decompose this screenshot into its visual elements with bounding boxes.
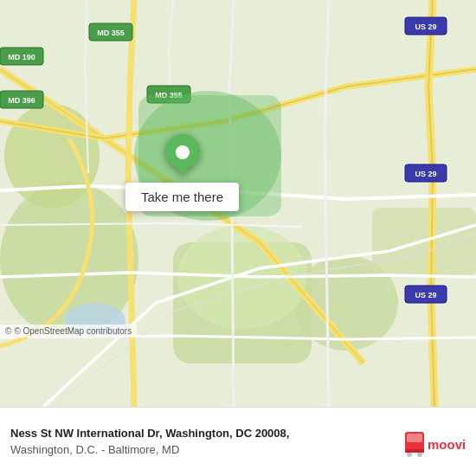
destination-callout: Take me there — [125, 134, 239, 211]
copyright-icon: © — [5, 326, 11, 336]
moovit-logo: moovit — [405, 425, 466, 460]
svg-point-2 — [4, 104, 100, 208]
moovit-logo-svg: moovit — [405, 425, 466, 460]
svg-text:moovit: moovit — [428, 437, 466, 452]
info-bar: Ness St NW International Dr, Washington,… — [0, 407, 476, 476]
address-line: Ness St NW International Dr, Washington,… — [10, 426, 395, 441]
svg-text:US 29: US 29 — [415, 291, 436, 299]
info-text: Ness St NW International Dr, Washington,… — [10, 426, 395, 457]
map-container[interactable]: MD 355 MD 355 MD 190 MD 396 US 29 US 29 … — [0, 0, 476, 407]
svg-text:MD 396: MD 396 — [8, 96, 35, 105]
svg-text:MD 190: MD 190 — [8, 53, 35, 61]
copyright-text: © OpenStreetMap contributors — [14, 326, 132, 336]
copyright-bar: © © OpenStreetMap contributors — [0, 325, 137, 338]
svg-text:MD 355: MD 355 — [97, 29, 125, 37]
region-line: Washington, D.C. - Baltimore, MD — [10, 442, 395, 458]
svg-point-26 — [176, 145, 190, 159]
svg-text:US 29: US 29 — [415, 23, 436, 31]
svg-rect-5 — [372, 208, 476, 277]
svg-rect-31 — [405, 449, 424, 453]
location-pin-icon — [164, 134, 202, 179]
take-me-there-button[interactable]: Take me there — [125, 183, 239, 211]
svg-rect-28 — [407, 434, 422, 442]
svg-text:US 29: US 29 — [415, 170, 436, 178]
